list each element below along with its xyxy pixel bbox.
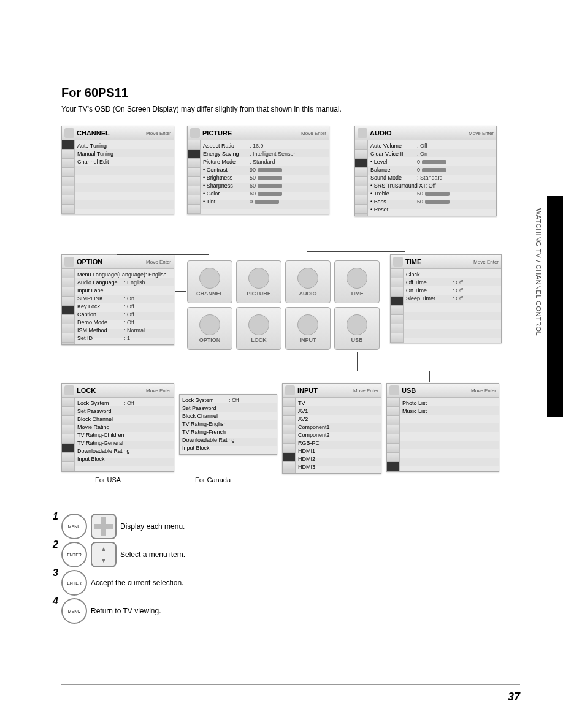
picture-icon: [190, 128, 200, 138]
panel-lock-canada: Lock System: OffSet PasswordBlock Channe…: [179, 394, 277, 455]
step-text: Accept the current selection.: [91, 578, 183, 587]
step-2: 2ENTER▲▼Select a menu item.: [61, 542, 515, 567]
step-3: 3ENTERAccept the current selection.: [61, 570, 515, 596]
hub-option[interactable]: OPTION: [187, 307, 232, 350]
updown-icon: ▲▼: [91, 542, 117, 567]
hub-channel[interactable]: CHANNEL: [187, 260, 232, 303]
step-text: Return to TV viewing.: [91, 607, 161, 615]
dpad-icon: [91, 514, 117, 539]
channel-icon: [64, 128, 74, 138]
panel-channel: CHANNELMove Enter Auto TuningManual Tuni…: [61, 126, 174, 214]
panel-time: TIMEMove Enter ClockOff Time: OffOn Time…: [390, 254, 502, 343]
intro-text: Your TV's OSD (On Screen Display) may di…: [61, 105, 526, 113]
steps-section: 1MENUDisplay each menu.2ENTER▲▼Select a …: [61, 506, 515, 624]
hub-time[interactable]: TIME: [334, 260, 380, 303]
step-1: 1MENUDisplay each menu.: [61, 514, 515, 539]
step-4: 4MENUReturn to TV viewing.: [61, 598, 515, 624]
panel-usb: USBMove Enter Photo ListMusic List: [386, 383, 499, 472]
step-text: Display each menu.: [120, 522, 185, 531]
hub-usb[interactable]: USB: [334, 307, 380, 350]
remote-enter-button: ENTER: [61, 542, 87, 567]
side-tab-marker: [547, 196, 563, 417]
menu-hub: CHANNELPICTUREAUDIOTIMEOPTIONLOCKINPUTUS…: [187, 260, 380, 350]
section-label: WATCHING TV / CHANNEL CONTROL: [535, 208, 542, 336]
audio-icon: [358, 128, 367, 138]
input-icon: [285, 385, 295, 395]
panel-audio: AUDIOMove Enter Auto Volume: OffClear Vo…: [354, 126, 497, 216]
hub-lock[interactable]: LOCK: [236, 307, 282, 350]
osd-diagram: CHANNELMove Enter Auto TuningManual Tuni…: [61, 126, 515, 499]
panel-lock-usa: LOCKMove Enter Lock System: OffSet Passw…: [61, 383, 174, 472]
step-text: Select a menu item.: [120, 550, 185, 559]
lock-icon: [64, 385, 74, 395]
remote-menu-button: MENU: [61, 598, 87, 624]
page-number: 37: [508, 691, 520, 703]
hub-picture[interactable]: PICTURE: [236, 260, 282, 303]
option-icon: [64, 257, 74, 267]
time-icon: [393, 257, 403, 267]
usb-icon: [389, 385, 399, 395]
panel-input: INPUTMove Enter TVAV1AV2Component1Compon…: [282, 383, 381, 474]
hub-input[interactable]: INPUT: [285, 307, 331, 350]
caption-usa: For USA: [95, 476, 121, 483]
remote-menu-button: MENU: [61, 514, 87, 539]
manual-page: WATCHING TV / CHANNEL CONTROL 37 For 60P…: [0, 0, 563, 728]
panel-picture: PICTUREMove Enter Aspect Ratio: 16:9Ener…: [187, 126, 329, 214]
hub-audio[interactable]: AUDIO: [285, 260, 331, 303]
remote-enter-button: ENTER: [61, 570, 87, 596]
caption-canada: For Canada: [195, 476, 231, 483]
footer-rule: [61, 684, 520, 685]
panel-option: OPTIONMove Enter Menu Language(Language)…: [61, 254, 174, 345]
page-title: For 60PS11: [61, 86, 526, 100]
